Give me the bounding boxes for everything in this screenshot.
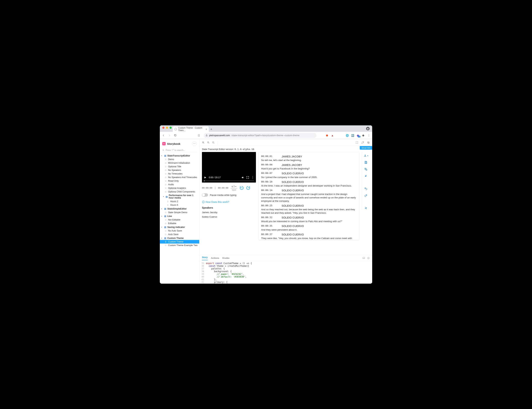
segment-timecode[interactable]: 00:00:07 [261, 172, 277, 175]
story-source-code[interactable]: 35export const CustomTheme = () => {36 c… [200, 261, 372, 284]
transcript-segment[interactable]: 00:00:32SOLEIO CUERVOWould you be intere… [261, 216, 357, 223]
bookmark-icon[interactable] [197, 133, 201, 137]
redo-icon[interactable] [364, 194, 368, 197]
segment-text[interactable]: Would you be interested in coming down t… [261, 220, 357, 223]
extension-translate-icon[interactable]: 🔤 [351, 134, 354, 137]
zoom-out-icon[interactable] [207, 141, 210, 144]
segment-timecode[interactable]: 00:00:25 [261, 204, 277, 208]
sidebar-search[interactable]: Press "/" to search... [162, 148, 197, 152]
story-folder[interactable]: ▾▦SlateTranscriptEditor [160, 154, 199, 158]
story-leaf[interactable]: No Auto Save [160, 229, 199, 232]
story-folder[interactable]: ▾▦Saving indicator [160, 225, 199, 229]
addons-orientation-icon[interactable] [362, 257, 365, 259]
segment-text[interactable]: How'd you get to Facebook in the beginni… [261, 167, 357, 170]
chevron-down-icon[interactable]: ▾ [367, 155, 368, 157]
story-leaf[interactable]: Custom Theme Example Two [160, 243, 199, 247]
segment-speaker[interactable]: JAMES JACOBY [282, 163, 302, 167]
story-leaf[interactable]: Editable [160, 222, 199, 225]
storybook-logo[interactable]: S Storybook [162, 142, 180, 145]
window-zoom-icon[interactable] [170, 127, 172, 129]
music-note-icon[interactable] [364, 174, 368, 178]
segment-speaker[interactable]: SOLEIO CUERVO [282, 172, 304, 175]
story-folder[interactable]: ▾▦Performance for over 1 hour media [160, 194, 199, 200]
skip-forward-icon[interactable]: 10 [246, 186, 250, 190]
window-close-icon[interactable] [162, 127, 164, 129]
profile-avatar-icon[interactable]: ◉ [366, 127, 370, 130]
nav-reload-button[interactable] [173, 133, 177, 137]
segment-text[interactable]: So tell me, let's start at the beginning… [261, 159, 357, 162]
transcript-segment[interactable]: 00:00:14SOLEIO CUERVOAnd a project that … [261, 189, 357, 203]
story-leaf[interactable]: No Speakers [160, 168, 199, 172]
segment-timecode[interactable]: 00:00:14 [261, 189, 277, 192]
story-leaf[interactable]: Optional Analytics [160, 186, 199, 190]
story-leaf[interactable]: Read Only [160, 179, 199, 183]
segment-speaker[interactable]: SOLEIO CUERVO [282, 189, 304, 192]
segment-timecode[interactable]: 00:00:10 [261, 180, 277, 184]
video-player[interactable]: 0:00 / 20:17 ⋮ [202, 152, 256, 183]
segment-speaker[interactable]: JAMES JACOBY [282, 155, 302, 158]
segment-text[interactable]: And they were persistent about it. [261, 228, 357, 232]
segment-timecode[interactable]: 00:00:35 [261, 224, 277, 228]
brave-shield-icon[interactable]: ⬢ [325, 134, 329, 137]
transcript-segment[interactable]: 00:00:25SOLEIO CUERVOAnd so they reached… [261, 204, 357, 215]
addon-tab-story[interactable]: Story [202, 256, 208, 260]
browser-tab[interactable]: Custom Theme - Custom Them… × [173, 126, 209, 132]
story-folder[interactable]: ▾▦SlateSimpleEditor [160, 207, 199, 211]
story-leaf[interactable]: Demo [160, 158, 199, 161]
segment-speaker[interactable]: SOLEIO CUERVO [282, 204, 304, 208]
video-menu-icon[interactable]: ⋮ [251, 176, 254, 179]
segment-text[interactable]: And so they reached out, because the web… [261, 208, 357, 215]
fullscreen-icon[interactable] [355, 141, 359, 144]
segment-timecode[interactable]: 00:00:37 [261, 233, 277, 236]
story-leaf[interactable]: Auto Save [160, 232, 199, 236]
open-external-icon[interactable] [361, 141, 364, 144]
nav-back-button[interactable] [162, 133, 166, 137]
undo-icon[interactable] [364, 187, 368, 190]
nav-forward-button[interactable] [167, 133, 171, 137]
video-progress[interactable] [204, 181, 254, 181]
zoom-in-icon[interactable] [201, 141, 205, 144]
story-leaf[interactable]: Minimaml Initialization [160, 161, 199, 165]
story-leaf[interactable]: Slate Simple Demo [160, 211, 199, 214]
segment-speaker[interactable]: SOLEIO CUERVO [282, 216, 304, 219]
show-info-button[interactable]: Show Info [360, 146, 372, 150]
extension-calendar-icon[interactable]: ◆28 [356, 134, 360, 137]
browser-menu-icon[interactable]: ⋮ [367, 134, 370, 137]
how-does-this-work-link[interactable]: How Does this work? [202, 201, 256, 204]
copy-link-icon[interactable] [367, 141, 370, 144]
segment-speaker[interactable]: SOLEIO CUERVO [282, 180, 304, 184]
transcript-segment[interactable]: 00:00:07SOLEIO CUERVOSo I joined the com… [261, 172, 357, 179]
save-icon[interactable] [364, 161, 368, 164]
replace-text-icon[interactable] [364, 167, 368, 171]
speaker-name[interactable]: James Jacoby [202, 211, 256, 214]
segment-speaker[interactable]: SOLEIO CUERVO [282, 224, 304, 228]
addon-tab-knobs[interactable]: Knobs [222, 257, 229, 259]
transcript-segment[interactable]: 00:00:35SOLEIO CUERVOAnd they were persi… [261, 224, 357, 232]
segment-timecode[interactable]: 00:00:01 [261, 155, 277, 158]
segment-text[interactable]: At the time, I was an independent design… [261, 184, 357, 188]
extension-globe-icon[interactable]: 🌐 [346, 134, 349, 137]
story-leaf[interactable]: Audio [160, 183, 199, 186]
transcript-segment[interactable]: 00:00:01JAMES JACOBYSo tell me, let's st… [261, 155, 357, 162]
address-bar[interactable]: pietropassarelli.com/slate-transcript-ed… [204, 133, 316, 138]
sidebar-menu-button[interactable]: ⋯ [192, 141, 197, 146]
story-leaf[interactable]: Custom Theme [160, 240, 199, 243]
window-minimize-icon[interactable] [166, 127, 168, 129]
transcript-segment[interactable]: 00:00:37SOLEIO CUERVOThey were like, "He… [261, 233, 357, 240]
tab-close-icon[interactable]: × [206, 128, 207, 130]
swap-vertical-icon[interactable] [364, 206, 368, 210]
addon-tab-actions[interactable]: Actions [211, 257, 219, 259]
segment-timecode[interactable]: 00:00:32 [261, 216, 277, 219]
story-leaf[interactable]: Hours 2 [160, 200, 199, 203]
speaker-name[interactable]: Soleio Cuervo [202, 215, 256, 218]
skip-back-icon[interactable]: 10 [239, 186, 244, 190]
fullscreen-video-icon[interactable] [246, 176, 249, 179]
transcript-panel[interactable]: 00:00:01JAMES JACOBYSo tell me, let's st… [258, 152, 359, 240]
transcript-segment[interactable]: 00:00:04JAMES JACOBYHow'd you get to Fac… [261, 163, 357, 170]
story-leaf[interactable]: Optiona Child Components [160, 190, 199, 194]
play-icon[interactable] [204, 176, 207, 179]
segment-text[interactable]: So I joined the company in the late summ… [261, 176, 357, 179]
story-leaf[interactable]: Not Editable [160, 218, 199, 222]
volume-icon[interactable] [241, 176, 244, 179]
extension-triangle-icon[interactable]: ▲ [331, 134, 334, 137]
